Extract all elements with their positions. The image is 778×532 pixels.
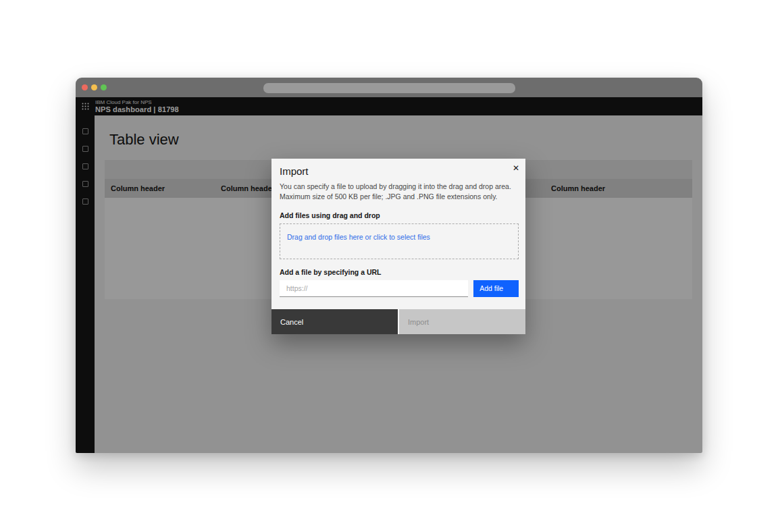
modal-description: You can specify a file to upload by drag… (280, 182, 517, 203)
import-button[interactable]: Import (399, 309, 525, 334)
dropzone-hint-link: Drag and drop files here or click to sel… (287, 233, 430, 241)
modal-content: Import ✕ You can specify a file to uploa… (271, 159, 525, 309)
titlebar (76, 78, 702, 97)
cancel-button[interactable]: Cancel (271, 309, 398, 334)
minimize-window-button[interactable] (91, 84, 97, 90)
url-input[interactable] (280, 280, 468, 297)
browser-window: IBM Cloud Pak for NPS NPS dashboard | 81… (76, 78, 702, 453)
close-window-button[interactable] (82, 84, 88, 90)
desktop-canvas: IBM Cloud Pak for NPS NPS dashboard | 81… (0, 0, 778, 532)
url-row: Add file (280, 280, 519, 297)
modal-title: Import (280, 165, 519, 177)
modal-footer: Cancel Import (271, 309, 525, 334)
add-file-button[interactable]: Add file (473, 280, 519, 297)
dragdrop-label: Add files using drag and drop (280, 211, 519, 219)
import-modal: Import ✕ You can specify a file to uploa… (271, 159, 525, 334)
window-controls (82, 84, 107, 90)
zoom-window-button[interactable] (101, 84, 107, 90)
address-bar[interactable] (263, 83, 515, 93)
url-label: Add a file by specifying a URL (280, 268, 519, 276)
file-dropzone[interactable]: Drag and drop files here or click to sel… (280, 223, 519, 259)
close-icon[interactable]: ✕ (509, 161, 523, 175)
